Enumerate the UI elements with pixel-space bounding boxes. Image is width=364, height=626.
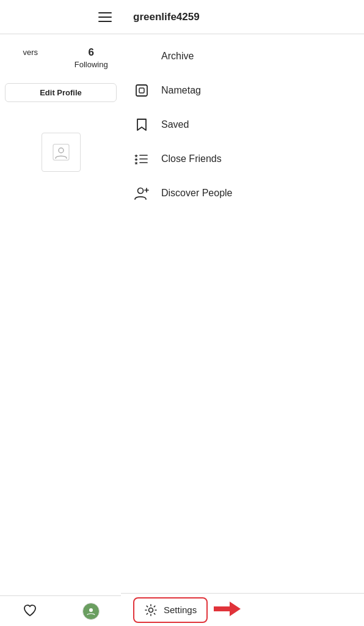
profile-panel: vers 6 Following Edit Profile xyxy=(0,0,122,626)
profile-top-bar xyxy=(0,0,122,34)
close-friends-icon xyxy=(133,150,150,168)
following-label: Following xyxy=(75,60,108,69)
svg-rect-4 xyxy=(139,88,144,93)
svg-point-1 xyxy=(59,148,64,153)
nametag-menu-item[interactable]: Nametag xyxy=(121,73,364,108)
bottom-nav-behind xyxy=(0,595,122,626)
profile-buttons: Edit Profile xyxy=(0,76,122,109)
discover-people-menu-item[interactable]: Discover People xyxy=(121,176,364,210)
heart-icon[interactable] xyxy=(23,603,37,620)
drawer-panel: greenlife4259 Archive Nametag xyxy=(121,0,364,626)
svg-marker-12 xyxy=(214,602,241,616)
person-icon xyxy=(53,144,70,161)
saved-menu-item[interactable]: Saved xyxy=(121,108,364,142)
nametag-label: Nametag xyxy=(161,85,201,96)
svg-point-8 xyxy=(138,188,144,194)
settings-gear-icon xyxy=(144,603,158,617)
profile-grid-area xyxy=(0,128,122,177)
nametag-icon xyxy=(133,82,150,99)
discover-people-label: Discover People xyxy=(161,188,233,199)
saved-label: Saved xyxy=(161,119,189,130)
followers-label: vers xyxy=(23,48,38,57)
svg-rect-3 xyxy=(136,85,147,96)
drawer-menu: Archive Nametag Saved xyxy=(121,34,364,593)
settings-button[interactable]: Settings xyxy=(133,597,208,623)
profile-avatar-icon[interactable] xyxy=(82,603,100,620)
close-friends-menu-item[interactable]: Close Friends xyxy=(121,142,364,176)
drawer-header: greenlife4259 xyxy=(121,0,364,34)
settings-label: Settings xyxy=(164,605,197,615)
drawer-username: greenlife4259 xyxy=(133,11,200,23)
followers-stat: vers xyxy=(0,46,61,70)
archive-label: Archive xyxy=(161,51,194,62)
svg-marker-7 xyxy=(134,161,138,165)
profile-stats: vers 6 Following xyxy=(0,34,122,76)
edit-profile-button[interactable]: Edit Profile xyxy=(5,83,117,102)
saved-icon xyxy=(133,116,150,133)
photo-placeholder xyxy=(42,133,81,172)
drawer-bottom-nav: Settings xyxy=(121,593,364,626)
following-count: 6 xyxy=(61,46,122,59)
discover-people-icon xyxy=(133,185,150,202)
following-stat: 6 Following xyxy=(61,46,122,70)
close-friends-label: Close Friends xyxy=(161,153,222,164)
svg-marker-5 xyxy=(134,154,138,158)
arrow-annotation xyxy=(214,599,241,621)
archive-icon xyxy=(133,48,150,65)
archive-menu-item[interactable]: Archive xyxy=(121,39,364,73)
hamburger-menu-button[interactable] xyxy=(98,12,112,22)
svg-point-2 xyxy=(89,608,93,612)
svg-point-11 xyxy=(149,608,153,612)
svg-marker-6 xyxy=(134,158,138,161)
